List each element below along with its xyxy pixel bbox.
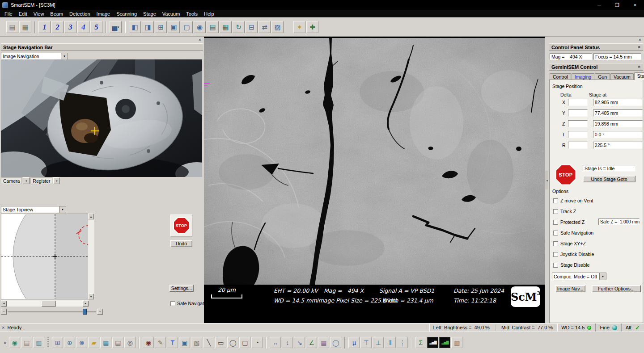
menu-item-stage[interactable]: Stage [140, 10, 159, 17]
menu-item-help[interactable]: Help [201, 10, 217, 17]
scroll-up-icon[interactable]: ▴ [88, 214, 94, 219]
profile-top-icon[interactable]: ⊤ [360, 337, 372, 348]
file-save-icon[interactable]: ▦ [100, 337, 111, 348]
maximize-button[interactable]: ❐ [608, 0, 626, 10]
measure-horizontal-icon[interactable]: ↔ [270, 337, 281, 348]
zoom-slider-thumb[interactable] [83, 309, 87, 315]
angle-measure-icon[interactable]: ∠ [306, 337, 317, 348]
stage-topview-map[interactable] [1, 214, 88, 299]
histogram-green-icon[interactable]: ▂▅▇ [439, 337, 450, 348]
menu-item-scanning[interactable]: Scanning [113, 10, 140, 17]
dotted-measure-icon[interactable]: ⋮ [397, 337, 408, 348]
delta-t-input[interactable] [568, 131, 588, 138]
page-preview-icon[interactable]: ◎ [124, 337, 136, 348]
freeze-frame-icon[interactable]: ▦ [220, 21, 232, 33]
close-button[interactable]: × [626, 0, 644, 10]
center-point-icon[interactable]: ⊕ [64, 337, 75, 348]
clipboard-icon[interactable]: ▥ [33, 337, 44, 348]
menu-item-view[interactable]: View [30, 10, 47, 17]
navigation-mode-select[interactable]: Image Navigation ▾ [1, 53, 68, 60]
pencil-annotate-icon[interactable]: ✎ [155, 337, 166, 348]
stop-stage-button[interactable]: STOP [554, 163, 577, 186]
tab-gun[interactable]: Gun [595, 73, 610, 80]
checkbox-stage-xy-z[interactable] [553, 241, 558, 246]
collapse-chevrons-icon[interactable]: « [637, 46, 642, 49]
split-display-icon[interactable]: ◧ [129, 21, 141, 33]
zoom-region-icon[interactable]: ◔ [251, 337, 263, 348]
scrollbar-thumb[interactable] [42, 301, 56, 307]
checkbox-safe-navigation[interactable] [553, 231, 558, 235]
detector-control-icon[interactable]: ▤ [6, 21, 18, 33]
preset-mag-4-button[interactable]: 4 [77, 21, 89, 33]
zoom-out-button[interactable]: − [1, 309, 7, 315]
measure-vertical-icon[interactable]: ↕ [282, 337, 293, 348]
close-panel-icon[interactable]: × [197, 38, 203, 42]
zoom-in-button[interactable]: + [97, 309, 103, 315]
micron-marker-icon[interactable]: µ [348, 337, 360, 348]
checkbox-protected-z[interactable] [553, 220, 558, 225]
checkbox-z-move-on-vent[interactable] [553, 198, 558, 203]
center-feature-icon[interactable]: ⊗ [76, 337, 87, 348]
image-export-icon[interactable]: ▨ [271, 21, 284, 33]
scrollbar-track[interactable] [7, 301, 83, 307]
menu-item-vacuum[interactable]: Vacuum [159, 10, 183, 17]
preset-mag-1-button[interactable]: 1 [38, 21, 51, 33]
copy-display-icon[interactable]: ⊟ [246, 21, 258, 33]
topview-mode-select[interactable]: Stage Topview ▾ [1, 206, 66, 213]
close-panel-icon[interactable]: × [637, 38, 643, 42]
scroll-down-icon[interactable]: ▾ [88, 294, 94, 299]
swap-display-icon[interactable]: ⇄ [258, 21, 271, 33]
compucentric-mode-select[interactable]: Compuc. Mode = Off ▾ [552, 273, 606, 280]
topview-vertical-scrollbar[interactable]: ▴ ▾ [88, 214, 94, 299]
stage-at-t-input[interactable]: 0.0 ° [593, 131, 643, 138]
settings-button[interactable]: Settings... [169, 285, 194, 292]
histogram-white-icon[interactable]: ▂▅▇ [427, 337, 438, 348]
register-dropdown-button[interactable]: ▾ [53, 177, 60, 184]
quad-display-icon[interactable]: ⊞ [155, 21, 167, 33]
camera-dropdown-button[interactable]: ▾ [23, 177, 30, 184]
rounded-rect-draw-icon[interactable]: ▢ [239, 337, 250, 348]
menu-item-beam[interactable]: Beam [47, 10, 66, 17]
further-options-button[interactable]: Further Options... [592, 285, 641, 292]
menu-item-file[interactable]: File [1, 10, 16, 17]
safe-navigation-checkbox[interactable] [170, 301, 175, 306]
stage-at-y-input[interactable]: 77.405 mm [593, 109, 643, 117]
stage-at-z-input[interactable]: 19.898 mm [593, 120, 643, 127]
minimize-button[interactable]: ─ [590, 0, 608, 10]
undo-stage-goto-button[interactable]: Undo Stage Goto [583, 176, 636, 182]
chamber-camera-view[interactable] [1, 59, 202, 177]
lut-display-icon[interactable]: ▥ [451, 337, 462, 348]
caliper-icon[interactable]: ‖ [385, 337, 396, 348]
menu-item-edit[interactable]: Edit [16, 10, 30, 17]
preset-mag-5-button[interactable]: 5 [90, 21, 102, 33]
full-frame-icon[interactable]: ▢ [181, 21, 193, 33]
snapshot-camera-icon[interactable]: ◉ [143, 337, 154, 348]
image-nav-button[interactable]: Image Nav... [555, 285, 585, 292]
delta-z-input[interactable] [568, 120, 588, 127]
panel-splitter[interactable]: ◂ [545, 37, 548, 323]
spot-mode-icon[interactable]: ◉ [194, 21, 206, 33]
print-image-icon[interactable]: ▤ [112, 337, 123, 348]
signal-histogram-icon[interactable]: ▅▾ [110, 21, 122, 33]
delta-r-input[interactable] [568, 142, 588, 149]
chevron-down-icon[interactable]: ▾ [118, 25, 119, 29]
close-toolbar-icon[interactable]: × [2, 340, 8, 345]
session-report-icon[interactable]: ▤ [21, 337, 32, 348]
reduced-raster-icon[interactable]: ▣ [168, 21, 180, 33]
tab-imaging[interactable]: Imaging [572, 73, 594, 80]
scroll-left-icon[interactable]: ◂ [1, 301, 7, 307]
folder-open-icon[interactable]: ▰ [88, 337, 99, 348]
zoom-slider-track[interactable] [8, 309, 96, 315]
safe-z-input[interactable]: Safe Z = 1.000 mm [598, 219, 640, 225]
auto-tune-icon[interactable]: ✚ [306, 21, 318, 33]
checkbox-joystick-disable[interactable] [553, 252, 558, 257]
dual-mag-icon[interactable]: ◨ [142, 21, 154, 33]
ellipse-draw-icon[interactable]: ◯ [227, 337, 238, 348]
stage-at-x-input[interactable]: 82.905 mm [593, 99, 643, 106]
all-section[interactable]: All: ✓ [621, 324, 644, 332]
menu-item-tools[interactable]: Tools [183, 10, 201, 17]
tab-control[interactable]: Control [550, 73, 571, 80]
topview-horizontal-scrollbar[interactable]: ◂ ▸ [1, 300, 89, 307]
circle-measure-icon[interactable]: ◯ [330, 337, 341, 348]
annotation-list-icon[interactable]: ▣ [179, 337, 190, 348]
